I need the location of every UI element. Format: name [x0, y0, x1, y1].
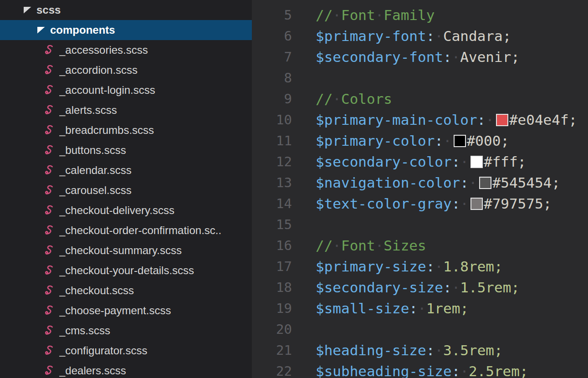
code-line-20[interactable]: 20 — [252, 319, 588, 340]
whitespace-dot: · — [460, 153, 469, 170]
sass-file-icon — [42, 123, 56, 138]
code-line-12[interactable]: 12$secondary-color:·#fff; — [252, 151, 588, 172]
folder-expanded-twistie-icon[interactable] — [24, 7, 31, 14]
line-number: 13 — [252, 175, 292, 190]
token-variable: $small-size — [316, 300, 409, 317]
sass-file-icon — [42, 204, 56, 218]
code-line-19[interactable]: 19$small-size:·1rem; — [252, 298, 588, 319]
file-item-buttons-scss[interactable]: _buttons.scss — [0, 140, 252, 160]
code-line-content: $navigation-color:·#545454; — [316, 174, 560, 191]
file-item-dealers-scss[interactable]: _dealers.scss — [0, 361, 252, 378]
color-preview-swatch[interactable] — [479, 177, 491, 189]
token-punct: : — [477, 112, 486, 128]
sass-file-icon — [42, 364, 56, 378]
code-line-11[interactable]: 11$primary-color:·#000; — [252, 130, 588, 151]
code-line-6[interactable]: 6$primary-font:·Candara; — [252, 26, 588, 46]
file-item-choose-payment-scss[interactable]: _choose-payment.scss — [0, 301, 252, 321]
whitespace-dot: · — [486, 112, 494, 128]
file-item-cms-scss[interactable]: _cms.scss — [0, 321, 252, 341]
whitespace-dot: · — [435, 28, 443, 44]
code-line-17[interactable]: 17$primary-size:·1.8rem; — [252, 256, 588, 277]
sass-file-icon — [42, 344, 56, 358]
code-line-18[interactable]: 18$secondary-size:·1.5rem; — [252, 277, 588, 298]
code-line-14[interactable]: 14$text-color-gray:·#797575; — [252, 193, 588, 214]
code-line-content: $subheading-size:·2.5rem; — [316, 363, 528, 378]
file-item-breadcrumbs-scss[interactable]: _breadcrumbs.scss — [0, 120, 252, 140]
file-item-checkout-delivery-scss[interactable]: _checkout-delivery.scss — [0, 200, 252, 220]
file-label: _carousel.scss — [59, 184, 132, 197]
file-item-checkout-summary-scss[interactable]: _checkout-summary.scss — [0, 240, 252, 261]
code-line-15[interactable]: 15 — [252, 214, 588, 235]
token-number: 1.5rem; — [460, 279, 520, 296]
code-line-10[interactable]: 10$primary-main-color:·#e04e4f; — [252, 109, 588, 130]
token-number: 2.5rem; — [469, 363, 528, 378]
code-line-13[interactable]: 13$navigation-color:·#545454; — [252, 172, 588, 193]
token-value: Candara; — [443, 28, 511, 44]
file-item-calendar-scss[interactable]: _calendar.scss — [0, 160, 252, 180]
folder-item-components[interactable]: components — [0, 20, 252, 40]
file-label: _checkout.scss — [59, 284, 134, 297]
code-line-16[interactable]: 16//·Font·Sizes — [252, 235, 588, 256]
file-item-configurator-scss[interactable]: _configurator.scss — [0, 341, 252, 361]
color-preview-swatch[interactable] — [496, 114, 508, 126]
color-preview-swatch[interactable] — [470, 198, 483, 210]
file-label: _alerts.scss — [59, 104, 117, 117]
token-punct: : — [452, 363, 460, 378]
file-label: _account-login.scss — [59, 84, 155, 97]
whitespace-dot: · — [460, 363, 469, 378]
color-preview-swatch[interactable] — [470, 156, 483, 168]
token-value: #fff; — [484, 153, 526, 170]
folder-label: scss — [36, 4, 61, 16]
whitespace-dot: · — [435, 342, 443, 358]
line-number: 17 — [252, 259, 292, 274]
code-line-content: $secondary-color:·#fff; — [316, 153, 526, 170]
file-item-accordion-scss[interactable]: _accordion.scss — [0, 60, 252, 80]
whitespace-dot: · — [443, 133, 452, 149]
token-variable: $navigation-color — [316, 174, 460, 191]
whitespace-dot: · — [375, 237, 384, 254]
line-number: 14 — [252, 196, 292, 211]
line-number: 20 — [252, 322, 292, 337]
folder-expanded-twistie-icon[interactable] — [37, 27, 45, 34]
token-comment: Colors — [341, 91, 392, 107]
sass-file-icon — [42, 304, 56, 318]
token-comment: // — [316, 91, 332, 107]
code-line-5[interactable]: 5//·Font·Family — [252, 5, 588, 26]
code-line-8[interactable]: 8 — [252, 67, 588, 88]
code-line-content: $primary-font:·Candara; — [316, 28, 511, 44]
code-line-7[interactable]: 7$secondary-font:·Avenir; — [252, 46, 588, 67]
sass-file-icon — [42, 83, 56, 97]
sass-file-icon — [42, 284, 56, 298]
code-line-9[interactable]: 9//·Colors — [252, 88, 588, 109]
code-line-content: $primary-color:·#000; — [316, 133, 509, 149]
file-item-carousel-scss[interactable]: _carousel.scss — [0, 180, 252, 200]
file-item-alerts-scss[interactable]: _alerts.scss — [0, 100, 252, 120]
folder-label: components — [50, 24, 115, 36]
file-item-checkout-scss[interactable]: _checkout.scss — [0, 281, 252, 301]
folder-item-scss[interactable]: scss — [0, 0, 252, 20]
code-line-content: $primary-main-color:·#e04e4f; — [316, 112, 577, 128]
file-label: _breadcrumbs.scss — [59, 124, 154, 137]
color-preview-swatch[interactable] — [454, 135, 466, 147]
token-variable: $subheading-size — [316, 363, 452, 378]
token-variable: $primary-font — [316, 28, 426, 44]
file-label: _dealers.scss — [59, 364, 126, 377]
code-line-21[interactable]: 21$heading-size:·3.5rem; — [252, 340, 588, 361]
code-editor[interactable]: 5//·Font·Family6$primary-font:·Candara;7… — [252, 0, 588, 378]
file-label: _checkout-order-confirmation.sc.. — [59, 224, 221, 237]
sass-file-icon — [42, 244, 56, 258]
file-item-checkout-your-details-scss[interactable]: _checkout-your-details.scss — [0, 261, 252, 281]
file-item-account-login-scss[interactable]: _account-login.scss — [0, 80, 252, 100]
line-number: 7 — [252, 49, 292, 65]
whitespace-dot: · — [418, 300, 426, 317]
file-item-accessories-scss[interactable]: _accessories.scss — [0, 40, 252, 60]
code-line-content: $secondary-font:·Avenir; — [316, 49, 520, 65]
token-variable: $text-color-gray — [316, 195, 452, 212]
token-value: #e04e4f; — [509, 112, 577, 128]
token-comment: Font — [341, 237, 375, 254]
token-punct: : — [426, 28, 435, 44]
file-item-checkout-order-confirmation-sc[interactable]: _checkout-order-confirmation.sc.. — [0, 220, 252, 240]
sass-file-icon — [42, 63, 56, 77]
code-line-22[interactable]: 22$subheading-size:·2.5rem; — [252, 361, 588, 378]
file-label: _checkout-summary.scss — [59, 244, 182, 257]
